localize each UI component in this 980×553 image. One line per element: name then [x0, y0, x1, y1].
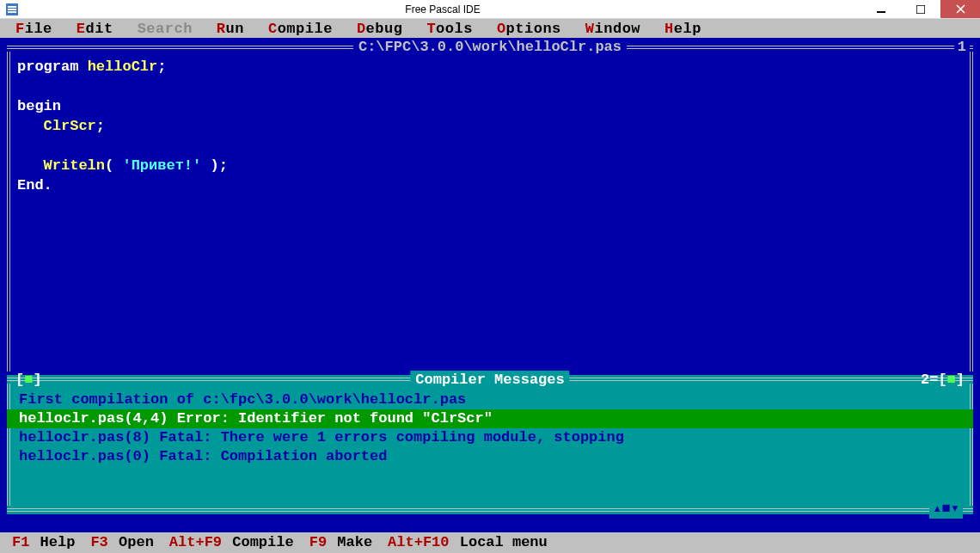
- message-line[interactable]: First compilation of c:\fpc\3.0.0\work\h…: [19, 390, 961, 409]
- minimize-button[interactable]: [861, 0, 901, 18]
- editor-frame-number: 1: [954, 38, 970, 57]
- menu-edit[interactable]: Edit: [77, 21, 113, 37]
- shortcut-alt-f10[interactable]: Alt+F10 Local menu: [388, 532, 548, 553]
- menu-file[interactable]: File: [15, 21, 52, 37]
- shortcut-f9[interactable]: F9 Make: [309, 532, 372, 553]
- maximize-button[interactable]: [901, 0, 940, 18]
- status-bar: F1 HelpF3 OpenAlt+F9 CompileF9 MakeAlt+F…: [0, 532, 980, 553]
- menu-options[interactable]: Options: [497, 21, 561, 37]
- menu-window[interactable]: Window: [585, 21, 640, 37]
- close-button[interactable]: [940, 0, 980, 18]
- shortcut-alt-f9[interactable]: Alt+F9 Compile: [169, 532, 294, 553]
- menu-debug[interactable]: Debug: [357, 21, 403, 37]
- editor-frame: C:\FPC\3.0.0\work\helloClr.pas 1 program…: [7, 43, 973, 372]
- svg-rect-2: [916, 5, 925, 14]
- menu-search: Search: [138, 21, 193, 37]
- window-title: Free Pascal IDE: [24, 0, 861, 18]
- menu-run[interactable]: Run: [217, 21, 244, 37]
- shortcut-f3[interactable]: F3 Open: [90, 532, 153, 553]
- message-line[interactable]: helloclr.pas(4,4) Error: Identifier not …: [7, 409, 973, 428]
- menu-help[interactable]: Help: [665, 21, 701, 37]
- editor-title: C:\FPC\3.0.0\work\helloClr.pas: [353, 38, 627, 57]
- menu-tools[interactable]: Tools: [426, 21, 473, 37]
- shortcut-f1[interactable]: F1 Help: [12, 532, 75, 553]
- pane-close-icon[interactable]: [■]: [15, 371, 42, 390]
- compiler-messages-pane: [■] Compiler Messages 2=[■] First compil…: [7, 375, 973, 514]
- menu-bar: FileEditSearchRunCompileDebugToolsOption…: [0, 19, 980, 38]
- app-icon: [0, 0, 24, 18]
- message-line[interactable]: helloclr.pas(0) Fatal: Compilation abort…: [19, 447, 961, 466]
- pane-number: 2=[■]: [921, 371, 965, 390]
- message-line[interactable]: helloclr.pas(8) Fatal: There were 1 erro…: [19, 428, 961, 447]
- ide-tui: C:\FPC\3.0.0\work\helloClr.pas 1 program…: [0, 38, 980, 532]
- messages-title: Compiler Messages: [410, 371, 569, 390]
- svg-rect-1: [877, 11, 885, 13]
- scroll-widget-icon[interactable]: ▴■▾: [929, 500, 963, 519]
- messages-list[interactable]: First compilation of c:\fpc\3.0.0\work\h…: [19, 390, 961, 501]
- window-titlebar: Free Pascal IDE: [0, 0, 980, 19]
- code-area[interactable]: program helloClr; begin ClrScr; Writeln(…: [17, 57, 963, 366]
- menu-compile[interactable]: Compile: [268, 21, 333, 37]
